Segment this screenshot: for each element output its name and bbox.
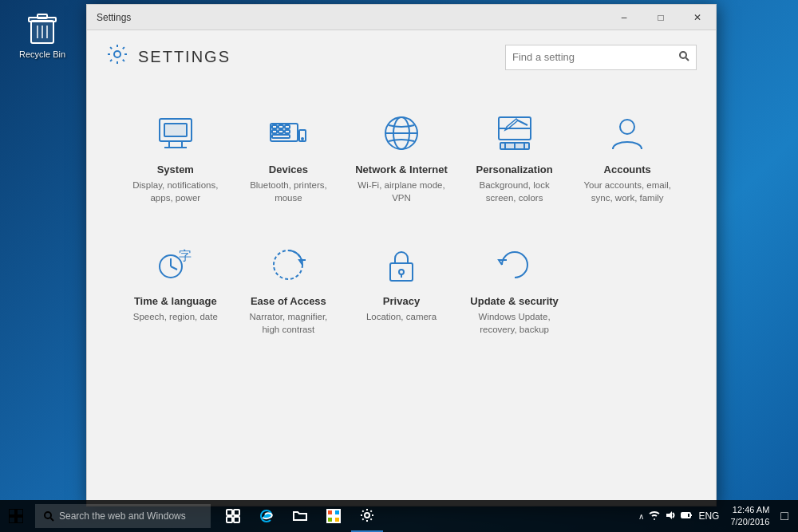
battery-icon[interactable] — [681, 510, 692, 523]
start-button[interactable] — [0, 500, 32, 532]
taskbar-sys-icons: ∧ — [638, 510, 692, 523]
system-tray-expand[interactable]: ∧ — [638, 512, 644, 521]
svg-line-48 — [51, 518, 54, 522]
search-box[interactable] — [505, 45, 697, 70]
window-content: SETTINGS — [87, 30, 716, 506]
svg-rect-61 — [690, 514, 692, 516]
settings-item-ease[interactable]: Ease of Access Narrator, magnifier,high … — [232, 228, 346, 352]
svg-rect-44 — [17, 509, 23, 515]
svg-rect-52 — [234, 517, 239, 522]
svg-rect-45 — [9, 517, 15, 523]
svg-point-41 — [399, 270, 404, 274]
svg-rect-55 — [327, 517, 333, 522]
ease-desc: Narrator, magnifier,high contrast — [249, 310, 327, 336]
privacy-name: Privacy — [383, 295, 420, 307]
svg-rect-17 — [285, 125, 290, 128]
svg-point-34 — [620, 120, 634, 134]
taskbar-search-text: Search the web and Windows — [59, 510, 186, 522]
svg-rect-43 — [9, 509, 15, 515]
svg-line-33 — [518, 120, 527, 125]
devices-desc: Bluetooth, printers,mouse — [250, 179, 327, 204]
minimize-button[interactable]: – — [606, 5, 642, 30]
svg-rect-40 — [390, 263, 413, 281]
volume-icon[interactable] — [665, 510, 676, 523]
settings-item-accounts[interactable]: Accounts Your accounts, email,sync, work… — [571, 97, 684, 220]
time-name: Time & language — [134, 295, 217, 307]
taskbar: Search the web and Windows — [0, 500, 798, 532]
svg-rect-15 — [272, 125, 277, 128]
network-desc: Wi-Fi, airplane mode,VPN — [358, 179, 444, 204]
settings-title-area: SETTINGS — [106, 43, 231, 71]
svg-rect-46 — [17, 517, 23, 523]
svg-point-58 — [654, 518, 655, 520]
notifications-button[interactable]: □ — [777, 509, 792, 523]
svg-point-23 — [302, 138, 303, 140]
svg-rect-19 — [279, 130, 283, 133]
settings-main: System Display, notifications,apps, powe… — [87, 81, 716, 506]
personalization-name: Personalization — [476, 164, 553, 175]
svg-line-8 — [686, 58, 689, 61]
accounts-name: Accounts — [604, 164, 651, 175]
svg-rect-50 — [234, 510, 239, 515]
taskbar-right: ∧ — [638, 504, 798, 529]
settings-taskbar-button[interactable] — [351, 500, 383, 532]
svg-rect-51 — [227, 517, 232, 522]
svg-rect-54 — [334, 510, 340, 515]
update-desc: Windows Update,recovery, backup — [479, 310, 551, 336]
title-bar-text: Settings — [97, 12, 131, 23]
svg-rect-49 — [227, 510, 232, 515]
settings-item-system[interactable]: System Display, notifications,apps, powe… — [119, 97, 232, 220]
settings-item-time[interactable]: 字 Time & language Speech, region, date — [119, 228, 232, 352]
update-name: Update & security — [470, 295, 559, 307]
recycle-bin-label: Recycle Bin — [19, 49, 65, 59]
title-bar: Settings – □ ✕ — [87, 5, 716, 30]
time-desc: Speech, region, date — [133, 310, 218, 323]
svg-rect-13 — [164, 124, 187, 136]
search-input[interactable] — [512, 51, 678, 63]
svg-point-7 — [680, 52, 686, 58]
taskbar-lang[interactable]: ENG — [695, 510, 722, 522]
svg-marker-59 — [666, 511, 672, 519]
desktop: Recycle Bin Settings – □ ✕ — [0, 0, 798, 532]
search-icon — [678, 50, 689, 64]
recycle-bin[interactable]: Recycle Bin — [16, 8, 69, 62]
accounts-desc: Your accounts, email,sync, work, family — [583, 179, 671, 204]
settings-item-devices[interactable]: Devices Bluetooth, printers,mouse — [232, 97, 346, 220]
settings-item-update[interactable]: Update & security Windows Update,recover… — [458, 228, 571, 352]
svg-rect-20 — [285, 130, 290, 133]
settings-item-network[interactable]: Network & Internet Wi-Fi, airplane mode,… — [345, 97, 458, 220]
settings-gear-icon — [106, 43, 128, 71]
svg-rect-53 — [327, 510, 333, 515]
system-desc: Display, notifications,apps, power — [132, 179, 218, 204]
edge-button[interactable] — [251, 500, 282, 532]
system-name: System — [157, 164, 194, 175]
ease-name: Ease of Access — [251, 295, 326, 307]
devices-name: Devices — [269, 164, 308, 175]
svg-rect-56 — [334, 517, 340, 522]
task-view-button[interactable] — [217, 500, 249, 532]
maximize-button[interactable]: □ — [642, 5, 679, 30]
title-bar-controls: – □ ✕ — [606, 5, 716, 30]
taskbar-left: Search the web and Windows — [0, 500, 638, 532]
taskbar-search[interactable]: Search the web and Windows — [35, 504, 211, 528]
svg-point-6 — [114, 51, 120, 57]
svg-text:字: 字 — [179, 249, 192, 262]
store-button[interactable] — [318, 500, 350, 532]
network-icon[interactable] — [649, 510, 660, 523]
svg-rect-18 — [272, 130, 277, 133]
file-explorer-button[interactable] — [284, 500, 316, 532]
svg-rect-21 — [272, 135, 290, 138]
settings-item-personalization[interactable]: Personalization Background, lockscreen, … — [458, 97, 571, 220]
close-button[interactable]: ✕ — [679, 5, 716, 30]
settings-window: Settings – □ ✕ SETTINGS — [86, 4, 717, 506]
taskbar-clock[interactable]: 12:46 AM 7/20/2016 — [725, 504, 774, 529]
privacy-desc: Location, camera — [366, 310, 437, 323]
svg-point-47 — [45, 512, 51, 518]
svg-line-37 — [171, 266, 177, 270]
settings-title-text: SETTINGS — [138, 48, 231, 66]
svg-rect-16 — [279, 125, 283, 128]
taskbar-icons — [217, 500, 383, 532]
settings-header: SETTINGS — [87, 30, 716, 81]
settings-item-privacy[interactable]: Privacy Location, camera — [345, 228, 458, 352]
settings-grid: System Display, notifications,apps, powe… — [119, 97, 684, 352]
